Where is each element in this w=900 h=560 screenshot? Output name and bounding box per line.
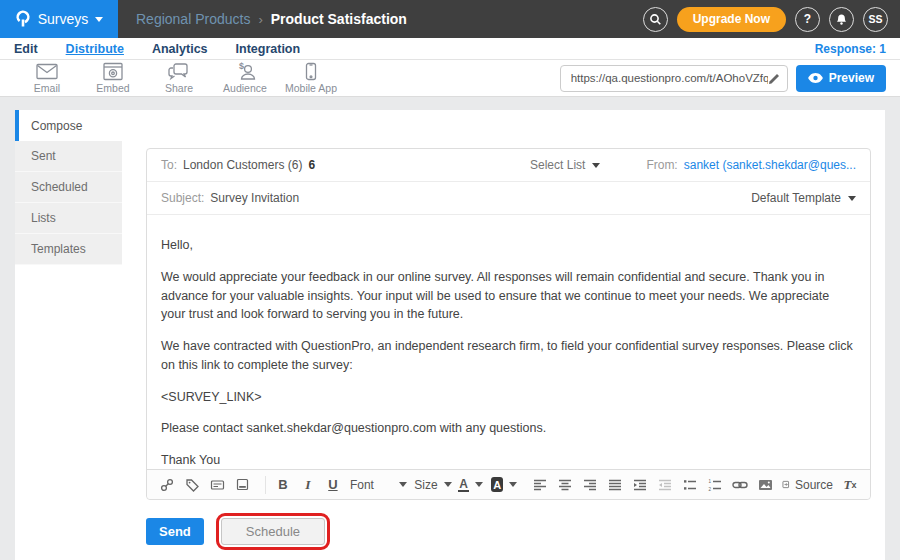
channel-label: Email (34, 82, 60, 94)
to-value[interactable]: London Customers (6) (183, 158, 302, 172)
search-button[interactable] (643, 7, 668, 32)
channel-email[interactable]: Email (14, 62, 80, 94)
numbered-list-icon[interactable]: 1 2 (707, 474, 723, 496)
top-bar: Surveys Regional Products › Product Sati… (0, 0, 900, 38)
preview-label: Preview (829, 71, 874, 85)
select-list-dropdown[interactable]: Select List (530, 158, 600, 172)
notifications-button[interactable] (829, 7, 854, 32)
bg-color-letter: A (491, 477, 504, 492)
schedule-button[interactable]: Schedule (221, 518, 325, 545)
questionpro-logo-icon (15, 10, 31, 28)
align-right-icon[interactable] (582, 474, 598, 496)
chevron-down-icon (509, 482, 517, 487)
insert-link-icon[interactable] (732, 474, 748, 496)
template-dropdown[interactable]: Default Template (751, 191, 856, 205)
eye-icon (808, 73, 823, 83)
italic-button[interactable]: I (300, 474, 316, 496)
source-button[interactable]: Source (782, 474, 833, 496)
channel-share[interactable]: Share (146, 62, 212, 94)
upgrade-now-button[interactable]: Upgrade Now (677, 7, 786, 32)
tab-integration[interactable]: Integration (236, 39, 301, 59)
insert-image-icon[interactable] (757, 474, 773, 496)
mobile-phone-icon (304, 62, 318, 81)
bulleted-list-icon[interactable] (682, 474, 698, 496)
tab-distribute[interactable]: Distribute (66, 39, 124, 59)
sidebar-item-sent[interactable]: Sent (15, 141, 122, 172)
background-color-button[interactable]: A (491, 474, 518, 496)
to-row: To: London Customers (6) 6 Select List F… (147, 149, 870, 182)
chevron-down-icon (592, 163, 600, 168)
surveys-menu[interactable]: Surveys (0, 0, 118, 38)
tab-edit[interactable]: Edit (14, 39, 38, 59)
sidebar-item-scheduled[interactable]: Scheduled (15, 172, 122, 203)
survey-url-box (560, 65, 788, 92)
body-paragraph: Thank You (161, 451, 856, 470)
svg-text:1: 1 (709, 479, 712, 484)
share-chat-icon (167, 62, 191, 81)
chevron-down-icon (475, 482, 483, 487)
help-button[interactable]: ? (795, 7, 820, 32)
subject-value[interactable]: Survey Invitation (210, 191, 299, 205)
justify-icon[interactable] (607, 474, 623, 496)
template-label: Default Template (751, 191, 841, 205)
rich-text-toolbar: B I U Font Size A (147, 469, 870, 499)
align-center-icon[interactable] (557, 474, 573, 496)
text-color-button[interactable]: A (459, 474, 482, 496)
svg-text:$: $ (239, 62, 244, 71)
subject-row: Subject: Survey Invitation Default Templ… (147, 182, 870, 215)
tag-icon[interactable] (184, 474, 200, 496)
remove-format-t: T (844, 477, 852, 493)
sidebar-item-compose[interactable]: Compose (15, 110, 122, 141)
size-label: Size (414, 478, 437, 492)
breadcrumb-separator-icon: › (258, 12, 262, 27)
channel-mobile-app[interactable]: Mobile App (278, 62, 344, 94)
topbar-actions: Upgrade Now ? SS (643, 7, 900, 32)
breadcrumb-parent-link[interactable]: Regional Products (136, 11, 250, 27)
channel-audience[interactable]: $ Audience (212, 62, 278, 94)
insert-survey-link-icon[interactable] (159, 474, 175, 496)
embed-icon (102, 62, 124, 81)
channel-embed[interactable]: Embed (80, 62, 146, 94)
chevron-down-icon (95, 17, 103, 22)
underline-button[interactable]: U (325, 474, 341, 496)
response-count[interactable]: Response: 1 (815, 42, 886, 56)
sidebar-item-label: Compose (31, 119, 82, 133)
source-label: Source (795, 478, 833, 492)
increase-indent-icon[interactable] (632, 474, 648, 496)
bold-button[interactable]: B (275, 474, 291, 496)
breadcrumb-current: Product Satisfaction (271, 11, 407, 27)
decrease-indent-icon[interactable] (657, 474, 673, 496)
pencil-icon (768, 72, 781, 85)
survey-nav-tabs: Edit Distribute Analytics Integration Re… (0, 38, 900, 60)
body-paragraph: <SURVEY_LINK> (161, 388, 856, 407)
embed-box-icon[interactable] (234, 474, 250, 496)
from-value[interactable]: sanket (sanket.shekdar@ques... (684, 158, 856, 172)
font-dropdown[interactable]: Font (350, 474, 407, 496)
align-left-icon[interactable] (532, 474, 548, 496)
text-color-letter: A (458, 478, 469, 492)
sidebar-item-label: Templates (31, 242, 86, 256)
to-label: To: (161, 158, 177, 172)
page-background: Compose Sent Scheduled Lists Templates (0, 97, 900, 560)
email-body-editor[interactable]: Hello, We would appreciate your feedback… (147, 215, 870, 491)
remove-format-x: x (851, 480, 856, 490)
survey-url-input[interactable] (571, 72, 768, 84)
body-paragraph: Hello, (161, 236, 856, 255)
avatar[interactable]: SS (863, 7, 888, 32)
distribute-page: Surveys Regional Products › Product Sati… (0, 0, 900, 560)
tab-analytics[interactable]: Analytics (152, 39, 208, 59)
sidebar-item-label: Lists (31, 211, 56, 225)
remove-format-button[interactable]: Tx (842, 474, 858, 496)
sidebar-item-lists[interactable]: Lists (15, 203, 122, 234)
channel-label: Embed (96, 82, 129, 94)
compose-email-card: To: London Customers (6) 6 Select List F… (146, 148, 871, 500)
edit-url-button[interactable] (768, 72, 781, 85)
distribute-channel-toolbar: Email Embed Share (0, 60, 900, 97)
sidebar-item-templates[interactable]: Templates (15, 234, 122, 265)
select-list-label: Select List (530, 158, 585, 172)
size-dropdown[interactable]: Size (416, 474, 450, 496)
merge-field-icon[interactable] (209, 474, 225, 496)
svg-text:2: 2 (709, 486, 712, 491)
preview-button[interactable]: Preview (796, 65, 886, 92)
send-button[interactable]: Send (146, 518, 204, 545)
